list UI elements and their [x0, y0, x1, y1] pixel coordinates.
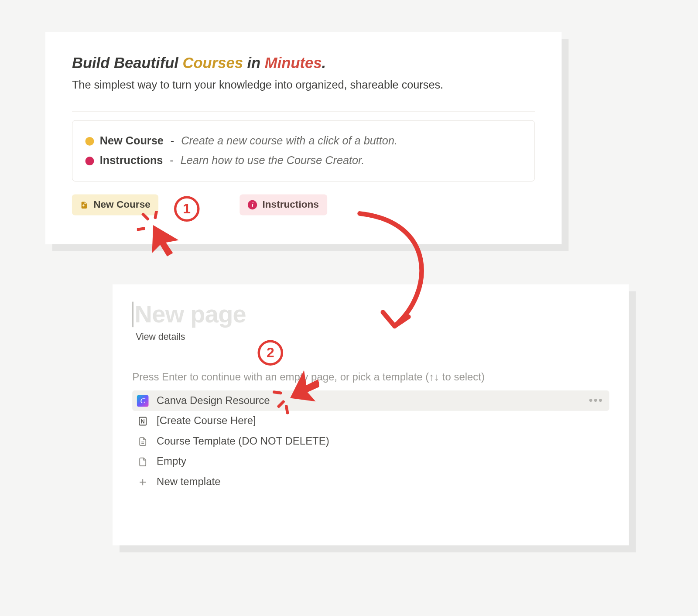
canva-icon: C — [137, 395, 149, 407]
svg-rect-6 — [285, 405, 289, 414]
svg-rect-5 — [273, 390, 282, 395]
info-row-instructions: Instructions - Learn how to use the Cour… — [86, 151, 522, 171]
template-item-empty[interactable]: Empty — [132, 452, 609, 472]
more-icon[interactable]: ••• — [589, 395, 603, 407]
click-cursor-icon — [273, 369, 319, 415]
headline-part2: in — [243, 54, 265, 72]
svg-rect-2 — [154, 211, 158, 219]
template-item-canva[interactable]: C Canva Design Resource ••• — [132, 390, 609, 411]
notion-icon — [137, 415, 149, 427]
document-icon — [137, 435, 149, 447]
headline-courses: Courses — [183, 54, 243, 72]
info-title: Instructions — [100, 151, 163, 171]
headline-part1: Build Beautiful — [72, 54, 183, 72]
headline-period: . — [322, 54, 326, 72]
new-course-label: New Course — [93, 199, 151, 211]
instructions-button[interactable]: i Instructions — [240, 195, 327, 216]
svg-rect-1 — [141, 212, 150, 221]
dash: - — [171, 131, 174, 151]
template-label: Canva Design Resource — [157, 395, 270, 407]
template-label: Empty — [157, 455, 186, 468]
click-cursor-icon — [137, 211, 183, 257]
step-number: 2 — [267, 345, 274, 361]
info-box: New Course - Create a new course with a … — [72, 120, 535, 181]
info-row-new-course: New Course - Create a new course with a … — [86, 131, 522, 151]
template-item-course-template[interactable]: Course Template (DO NOT DELETE) — [132, 431, 609, 452]
instructions-label: Instructions — [262, 199, 318, 211]
svg-rect-4 — [277, 400, 285, 408]
template-list: C Canva Design Resource ••• [Create Cour… — [132, 390, 609, 492]
dot-icon-yellow — [86, 137, 94, 145]
headline: Build Beautiful Courses in Minutes. — [72, 54, 535, 72]
step-badge-2: 2 — [258, 340, 284, 366]
info-title: New Course — [100, 131, 164, 151]
template-item-create-course[interactable]: [Create Course Here] — [132, 411, 609, 431]
file-plus-icon — [80, 200, 89, 210]
info-icon: i — [248, 200, 257, 209]
template-hint: Press Enter to continue with an empty pa… — [132, 371, 609, 383]
info-desc: Create a new course with a click of a bu… — [181, 131, 397, 151]
arrow-icon — [348, 210, 447, 349]
template-label: [Create Course Here] — [157, 415, 256, 427]
dot-icon-red — [86, 157, 94, 165]
template-label: Course Template (DO NOT DELETE) — [157, 435, 329, 448]
plus-icon — [137, 476, 149, 488]
course-creator-card: Build Beautiful Courses in Minutes. The … — [45, 32, 562, 244]
info-desc: Learn how to use the Course Creator. — [181, 151, 365, 171]
dash: - — [170, 151, 173, 171]
template-label: New template — [157, 476, 220, 488]
headline-minutes: Minutes — [265, 54, 322, 72]
svg-rect-3 — [137, 227, 145, 231]
divider — [72, 111, 535, 112]
empty-page-icon — [137, 456, 149, 468]
subline: The simplest way to turn your knowledge … — [72, 79, 535, 92]
step-number: 1 — [183, 201, 191, 217]
template-item-new-template[interactable]: New template — [132, 472, 609, 492]
